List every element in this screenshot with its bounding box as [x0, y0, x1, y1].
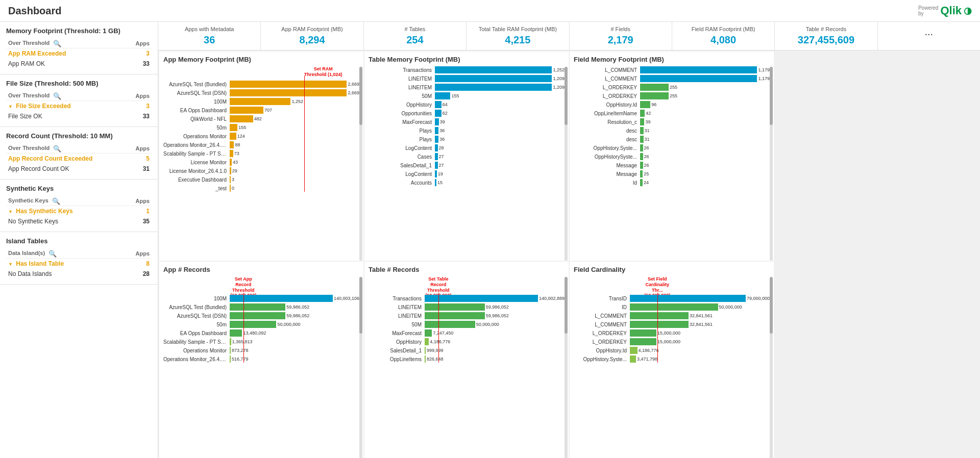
- table-row[interactable]: ▼ File Size Exceeded 3: [6, 101, 152, 112]
- field-memory-title: Field Memory Footprint (MB): [574, 56, 770, 63]
- empty-panel-r2: [775, 262, 979, 458]
- sk-row2-count[interactable]: 35: [121, 216, 152, 226]
- bar-row: OppHistory.Syste...26: [574, 144, 770, 151]
- bar-row: Transactions1,252: [369, 66, 565, 73]
- bar-row: Transactions140,002,889: [369, 295, 565, 302]
- bar-row: Plays36: [369, 127, 565, 134]
- bar-row: Plays36: [369, 136, 565, 143]
- kpi-more-value[interactable]: ...: [880, 26, 978, 38]
- bar-row: OppHistory.Id4,186,776: [574, 347, 770, 354]
- mf-row1-count[interactable]: 3: [118, 48, 152, 59]
- table-row[interactable]: No Synthetic Keys 35: [6, 216, 152, 226]
- expand-icon: ▼: [8, 104, 13, 109]
- scroll-hint6[interactable]: [770, 277, 773, 458]
- scroll-hint3[interactable]: [770, 67, 773, 261]
- sk-row1-count[interactable]: 1: [121, 206, 152, 217]
- bar-row: Message25: [574, 170, 770, 177]
- fs-row2-count[interactable]: 33: [120, 111, 152, 121]
- bar-row: 50m50,000,000: [163, 321, 359, 328]
- bar-row: License Monitor43: [163, 159, 359, 166]
- bar-row: LINEITEM1,209: [369, 75, 565, 82]
- it-col2-header: Apps: [118, 249, 152, 259]
- kpi-table-records-label: Table # Records: [777, 26, 875, 32]
- table-row[interactable]: No Data Islands 28: [6, 269, 152, 279]
- bar-row: SalesDetail_1999,999: [369, 347, 565, 354]
- bar-row: L_ORDERKEY255: [574, 92, 770, 99]
- kpi-row: Apps with Metadata 36 App RAM Footprint …: [158, 22, 980, 50]
- table-row[interactable]: App Record Count Exceeded 5: [6, 154, 152, 164]
- scroll-hint4[interactable]: [359, 277, 362, 458]
- it-search-icon[interactable]: 🔍: [48, 250, 56, 257]
- fs-row1-count[interactable]: 3: [120, 101, 152, 112]
- rc-row2-label[interactable]: App Record Count OK: [6, 164, 127, 174]
- bar-row: Id24: [574, 179, 770, 186]
- table-records-title: Table # Records: [369, 266, 565, 273]
- bar-row: desc31: [574, 136, 770, 143]
- table-row[interactable]: ▼ Has Synthetic Keys 1: [6, 206, 152, 217]
- qlik-q: ◑: [964, 5, 972, 16]
- table-row[interactable]: File Size OK 33: [6, 111, 152, 121]
- fs-col2-header: Apps: [120, 91, 152, 101]
- bar-row: 50m155: [163, 124, 359, 131]
- expand-icon3: ▼: [8, 262, 13, 267]
- bar-row: TransID79,000,000: [574, 295, 770, 302]
- table-memory-chart: Table Memory Footprint (MB) Transactions…: [364, 52, 569, 261]
- table-row[interactable]: App Record Count OK 31: [6, 164, 152, 174]
- scroll-hint[interactable]: [359, 67, 362, 261]
- it-row1-label[interactable]: ▼ Has Island Table: [6, 259, 118, 269]
- bar-row: SalesDetail_127: [369, 162, 565, 169]
- mf-row2-label[interactable]: App RAM OK: [6, 59, 118, 69]
- bar-row: OppHistory64: [369, 101, 565, 108]
- it-row2-count[interactable]: 28: [118, 269, 152, 279]
- table-row[interactable]: App RAM OK 33: [6, 59, 152, 69]
- sk-row1-text[interactable]: Has Synthetic Keys: [16, 208, 72, 215]
- sk-row2-label[interactable]: No Synthetic Keys: [6, 216, 121, 226]
- it-row1-count[interactable]: 8: [118, 259, 152, 269]
- fs-row1-label[interactable]: ▼ File Size Exceeded: [6, 101, 120, 112]
- fs-row2-label[interactable]: File Size OK: [6, 111, 120, 121]
- powered-by-label: Poweredby: [918, 5, 938, 16]
- mf-row1-label[interactable]: App RAM Exceeded: [6, 48, 118, 59]
- bar-row: OppHistory.Syste...3,471,798: [574, 355, 770, 363]
- rc-row2-count[interactable]: 31: [127, 164, 152, 174]
- table-row[interactable]: ▼ Has Island Table 8: [6, 259, 152, 269]
- file-size-title: File Size (Threshold: 500 MB): [6, 80, 152, 87]
- mf-search-icon[interactable]: 🔍: [53, 40, 60, 47]
- fs-row1-text[interactable]: File Size Exceeded: [16, 103, 70, 110]
- kpi-app-ram: App RAM Footprint (MB) 8,294: [261, 22, 363, 50]
- bar-row: 50M50,000,000: [369, 321, 565, 328]
- right-panel: Apps with Metadata 36 App RAM Footprint …: [158, 22, 980, 458]
- sk-col1-header: Synthetic Keys 🔍: [6, 196, 121, 206]
- bar-row: AzureSQL Test (DSN)2,669: [163, 89, 359, 96]
- kpi-apps-with-metadata: Apps with Metadata 36: [158, 22, 261, 50]
- app-memory-title: App Memory Footprint (MB): [163, 56, 359, 63]
- mf-row2-count[interactable]: 33: [118, 59, 152, 69]
- fs-search-icon[interactable]: 🔍: [53, 92, 60, 99]
- record-count-title: Record Count (Threshold: 10 MM): [6, 132, 152, 140]
- rc-row1-count[interactable]: 5: [127, 154, 152, 164]
- scroll-hint5[interactable]: [565, 277, 568, 458]
- bar-row: AzureSQL Test (Bundled)59,986,052: [163, 303, 359, 311]
- rc-search-icon[interactable]: 🔍: [53, 145, 60, 152]
- mf-col2-header: Apps: [118, 39, 152, 48]
- scroll-hint2[interactable]: [565, 67, 568, 261]
- rc-col1-header: Over Threshold 🔍: [6, 144, 127, 154]
- fs-col1-header: Over Threshold 🔍: [6, 91, 120, 101]
- field-cardinality-threshold-line: [657, 293, 658, 363]
- qlik-logo: Poweredby Qlik ◑: [918, 4, 972, 17]
- it-row2-label[interactable]: No Data Islands: [6, 269, 118, 279]
- bar-row: Resolution_c39: [574, 118, 770, 125]
- it-row1-text[interactable]: Has Island Table: [16, 260, 64, 267]
- sk-search-icon[interactable]: 🔍: [52, 197, 59, 205]
- synthetic-keys-table: Synthetic Keys 🔍 Apps ▼ Has Synthetic Ke…: [6, 196, 152, 226]
- bar-row: Message26: [574, 162, 770, 169]
- kpi-total-table-ram-value: 4,215: [469, 34, 567, 46]
- table-row[interactable]: App RAM Exceeded 3: [6, 48, 152, 59]
- bar-row: 100M1,252: [163, 98, 359, 105]
- bar-row: Scalability Sample - PT Sale...73: [163, 150, 359, 157]
- rc-row1-label[interactable]: App Record Count Exceeded: [6, 154, 127, 164]
- bar-row: ID50,000,000: [574, 303, 770, 311]
- kpi-more[interactable]: ...: [878, 22, 980, 50]
- sk-row1-label[interactable]: ▼ Has Synthetic Keys: [6, 206, 121, 217]
- rc-col2-header: Apps: [127, 144, 152, 154]
